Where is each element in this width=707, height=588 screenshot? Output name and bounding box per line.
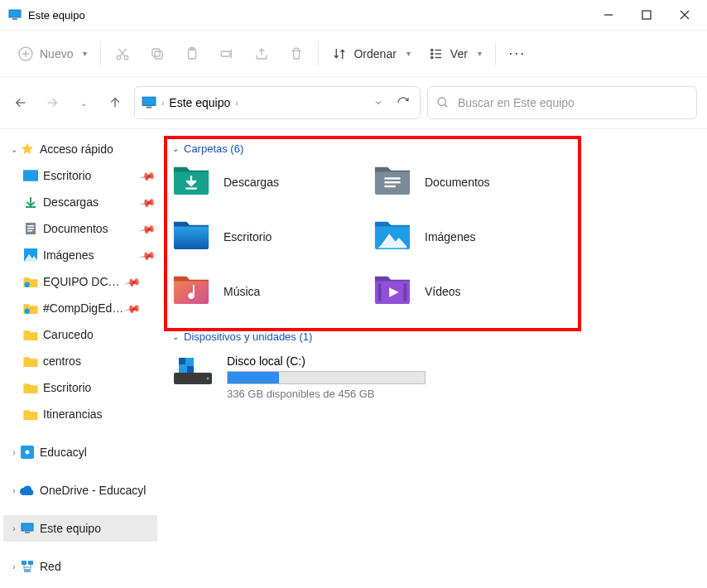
navigation-row: ⌄ › Este equipo › (0, 76, 707, 129)
rename-button[interactable] (210, 37, 243, 70)
folder-item-imagenes[interactable]: Imágenes (373, 218, 568, 256)
svg-rect-42 (25, 532, 30, 533)
svg-rect-54 (403, 283, 406, 301)
pin-icon: 📌 (138, 246, 156, 263)
sidebar-item-escritorio-2[interactable]: Escritorio (3, 374, 157, 401)
monitor-icon (20, 521, 35, 536)
documents-folder-icon (373, 163, 411, 201)
sidebar-item-carucedo[interactable]: Carucedo (3, 321, 157, 348)
sidebar-este-equipo[interactable]: › Este equipo (3, 515, 157, 542)
svg-point-40 (26, 451, 30, 455)
folder-link-icon (23, 274, 38, 289)
chevron-down-icon[interactable]: ⌄ (8, 145, 20, 154)
view-button[interactable]: Ver ▾ (421, 41, 490, 66)
sidebar-red[interactable]: › Red (3, 553, 157, 580)
sidebar-item-label: Carucedo (43, 328, 157, 341)
svg-rect-43 (22, 561, 26, 565)
history-dropdown[interactable]: ⌄ (71, 90, 96, 115)
titlebar: Este equipo (0, 0, 707, 30)
refresh-button[interactable] (393, 93, 413, 113)
folder-label: Escritorio (224, 230, 272, 243)
svg-rect-59 (179, 358, 185, 364)
sort-button-label: Ordenar (354, 47, 396, 60)
group-header-folders[interactable]: ⌄ Carpetas (6) (172, 142, 700, 155)
desktop-folder-icon (172, 218, 210, 256)
sidebar-quick-access[interactable]: ⌄ Acceso rápido (3, 136, 157, 162)
drive-icon (172, 354, 214, 388)
folder-icon (23, 327, 38, 342)
sidebar-onedrive[interactable]: › OneDrive - Educacyl (3, 477, 157, 504)
group-header-devices[interactable]: ⌄ Dispositivos y unidades (1) (172, 330, 700, 343)
network-icon (20, 559, 35, 574)
svg-point-22 (430, 52, 432, 54)
chevron-right-icon[interactable]: › (8, 524, 20, 533)
sidebar-item-itinerancias[interactable]: Itinerancias (3, 401, 157, 427)
folder-item-videos[interactable]: Vídeos (373, 272, 568, 311)
pin-icon: 📌 (138, 166, 156, 184)
copy-button[interactable] (141, 37, 174, 70)
svg-rect-41 (22, 523, 33, 531)
up-button[interactable] (103, 90, 127, 115)
svg-point-20 (430, 49, 432, 51)
folder-item-musica[interactable]: Música (172, 272, 367, 311)
pin-icon: 📌 (123, 272, 142, 290)
svg-rect-27 (147, 107, 152, 108)
svg-rect-45 (24, 569, 31, 572)
sidebar-item-descargas[interactable]: Descargas 📌 (3, 189, 157, 215)
share-button[interactable] (245, 37, 278, 70)
window-title: Este equipo (28, 9, 85, 22)
sidebar-item-compdigedu[interactable]: #CompDigEdu Avila 📌 (3, 295, 157, 321)
sidebar-item-centros[interactable]: centros (3, 348, 157, 374)
sidebar-item-imagenes[interactable]: Imágenes 📌 (3, 242, 157, 268)
svg-rect-13 (155, 51, 162, 59)
more-button[interactable]: ··· (501, 37, 534, 70)
folder-label: Vídeos (425, 285, 461, 298)
sidebar-item-label: centros (43, 354, 157, 368)
maximize-button[interactable] (628, 2, 666, 27)
folder-label: Descargas (224, 176, 279, 189)
drive-item[interactable]: Disco local (C:) 336 GB disponibles de 4… (167, 351, 573, 403)
back-button[interactable] (8, 90, 33, 115)
chevron-right-icon[interactable]: › (8, 448, 20, 457)
sidebar: ⌄ Acceso rápido Escritorio 📌 Descargas 📌… (0, 129, 161, 588)
sidebar-item-escritorio[interactable]: Escritorio 📌 (3, 162, 157, 189)
plus-circle-icon (18, 46, 33, 61)
folder-item-escritorio[interactable]: Escritorio (172, 218, 367, 256)
breadcrumb[interactable]: › Este equipo › (134, 86, 421, 119)
sort-button[interactable]: Ordenar ▾ (324, 41, 418, 66)
svg-rect-34 (27, 230, 32, 232)
downloads-folder-icon (172, 163, 210, 201)
search-box[interactable] (427, 86, 697, 119)
svg-rect-44 (28, 561, 33, 565)
search-input[interactable] (458, 96, 688, 109)
breadcrumb-root[interactable]: Este equipo (169, 96, 230, 109)
toolbar: Nuevo ▾ Ordenar ▾ Ver ▾ ··· (0, 30, 707, 76)
folder-item-descargas[interactable]: Descargas (172, 163, 367, 201)
music-folder-icon (172, 272, 210, 311)
sidebar-item-equipo-dcd[interactable]: EQUIPO DCD #CompDigEdu 📌 (3, 268, 157, 295)
folder-label: Imágenes (425, 230, 475, 243)
videos-folder-icon (373, 272, 411, 311)
forward-button[interactable] (40, 90, 65, 115)
sidebar-label: Educacyl (40, 446, 157, 459)
svg-point-28 (438, 98, 445, 105)
sidebar-item-documentos[interactable]: Documentos 📌 (3, 215, 157, 242)
chevron-right-icon[interactable]: › (8, 486, 20, 495)
svg-rect-17 (222, 51, 231, 56)
breadcrumb-dropdown[interactable] (368, 93, 388, 113)
sort-icon (332, 46, 347, 61)
folder-item-documentos[interactable]: Documentos (373, 163, 568, 201)
svg-line-29 (445, 104, 447, 107)
cut-button[interactable] (106, 37, 139, 70)
paste-button[interactable] (176, 37, 209, 70)
desktop-icon (23, 168, 38, 183)
minimize-button[interactable] (589, 2, 628, 27)
chevron-right-icon[interactable]: › (8, 562, 20, 571)
new-button[interactable]: Nuevo ▾ (10, 41, 95, 66)
svg-rect-50 (384, 181, 400, 183)
sidebar-item-label: Itinerancias (43, 407, 157, 421)
folder-link-icon (23, 301, 38, 316)
close-button[interactable] (666, 2, 704, 27)
sidebar-educacyl[interactable]: › Educacyl (3, 439, 157, 465)
delete-button[interactable] (280, 37, 313, 70)
